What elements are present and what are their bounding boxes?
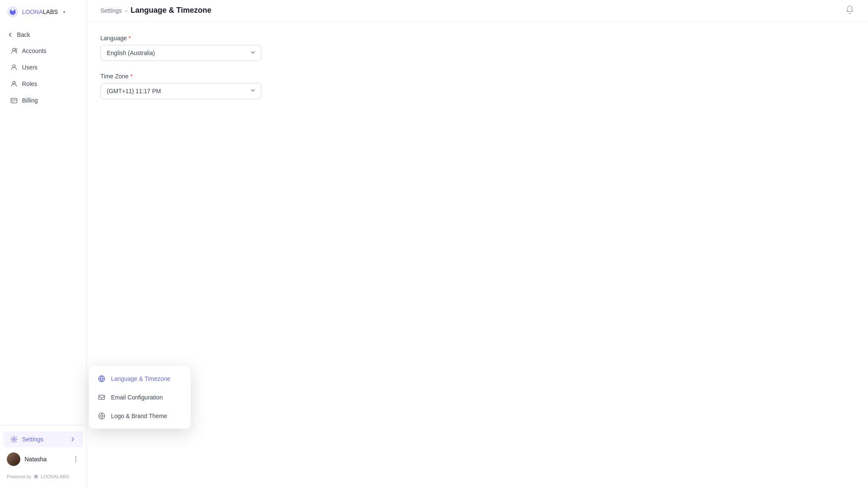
logo-text: LOONALABS bbox=[22, 8, 58, 15]
timezone-field-group: Time Zone * (GMT+11) 11:17 PM (GMT+00) U… bbox=[100, 73, 854, 99]
svg-rect-16 bbox=[99, 395, 105, 399]
roles-label: Roles bbox=[22, 80, 37, 87]
settings-dropdown-popup: Language & Timezone Email Configuration … bbox=[89, 366, 191, 429]
svg-point-5 bbox=[13, 65, 15, 67]
accounts-label: Accounts bbox=[22, 47, 47, 54]
email-configuration-dropdown-icon bbox=[97, 393, 106, 402]
dropdown-email-config-label: Email Configuration bbox=[111, 394, 163, 401]
dropdown-item-language-timezone[interactable]: Language & Timezone bbox=[89, 369, 191, 388]
svg-point-14 bbox=[35, 475, 37, 478]
language-label: Language * bbox=[100, 35, 854, 42]
dropdown-language-timezone-label: Language & Timezone bbox=[111, 375, 170, 382]
logo-chevron-icon: ▾ bbox=[63, 10, 65, 14]
powered-logo-icon bbox=[33, 474, 39, 480]
svg-point-12 bbox=[75, 461, 76, 462]
topbar: Settings › Language & Timezone bbox=[87, 0, 868, 21]
svg-rect-7 bbox=[11, 98, 17, 103]
main-content: Settings › Language & Timezone Language … bbox=[87, 0, 868, 488]
breadcrumb-separator: › bbox=[125, 7, 128, 14]
back-arrow-icon bbox=[7, 31, 14, 38]
timezone-select[interactable]: (GMT+11) 11:17 PM (GMT+00) UTC (GMT-5) E… bbox=[100, 83, 261, 99]
sidebar: LOONALABS ▾ Back Accounts Users bbox=[0, 0, 87, 488]
svg-point-3 bbox=[13, 48, 15, 51]
logo-icon bbox=[7, 6, 19, 18]
language-timezone-dropdown-icon bbox=[97, 374, 106, 383]
svg-point-2 bbox=[11, 8, 14, 11]
svg-rect-8 bbox=[12, 101, 14, 102]
sidebar-nav: Back Accounts Users Roles bbox=[0, 24, 86, 425]
logo-button[interactable]: LOONALABS ▾ bbox=[0, 0, 86, 24]
settings-button[interactable]: Settings bbox=[3, 431, 83, 447]
avatar bbox=[7, 452, 20, 466]
user-menu-icon[interactable] bbox=[72, 455, 80, 463]
breadcrumb-current: Language & Timezone bbox=[130, 6, 211, 15]
language-select[interactable]: English (Australia) English (United Stat… bbox=[100, 45, 261, 61]
users-icon bbox=[10, 64, 18, 71]
back-button[interactable]: Back bbox=[0, 27, 86, 42]
sidebar-item-accounts[interactable]: Accounts bbox=[3, 43, 83, 59]
powered-by: Powered by LOONALABS bbox=[0, 470, 86, 483]
language-field-group: Language * English (Australia) English (… bbox=[100, 35, 854, 61]
timezone-label: Time Zone * bbox=[100, 73, 854, 80]
billing-label: Billing bbox=[22, 97, 38, 104]
back-label: Back bbox=[17, 31, 30, 38]
settings-label: Settings bbox=[22, 436, 44, 443]
sidebar-item-users[interactable]: Users bbox=[3, 59, 83, 75]
logo-brand-theme-dropdown-icon bbox=[97, 412, 106, 420]
svg-point-10 bbox=[75, 457, 76, 458]
settings-gear-icon bbox=[10, 435, 18, 443]
content-area: Language * English (Australia) English (… bbox=[87, 21, 868, 488]
language-select-wrapper: English (Australia) English (United Stat… bbox=[100, 45, 261, 61]
users-label: Users bbox=[22, 64, 38, 71]
svg-point-11 bbox=[75, 459, 76, 460]
breadcrumb-parent: Settings bbox=[100, 7, 122, 14]
settings-item-left: Settings bbox=[10, 435, 44, 443]
language-required: * bbox=[128, 35, 130, 42]
svg-point-9 bbox=[13, 438, 15, 441]
user-name: Natasha bbox=[25, 456, 47, 463]
user-row: Natasha bbox=[0, 448, 86, 470]
svg-point-4 bbox=[15, 48, 17, 50]
settings-chevron-icon bbox=[69, 436, 76, 443]
timezone-required: * bbox=[130, 73, 132, 80]
dropdown-logo-brand-theme-label: Logo & Brand Theme bbox=[111, 413, 167, 419]
svg-point-18 bbox=[101, 415, 103, 417]
sidebar-item-billing[interactable]: Billing bbox=[3, 92, 83, 108]
billing-icon bbox=[10, 97, 18, 104]
roles-icon bbox=[10, 80, 18, 88]
user-info: Natasha bbox=[7, 452, 47, 466]
sidebar-item-roles[interactable]: Roles bbox=[3, 76, 83, 92]
breadcrumb: Settings › Language & Timezone bbox=[100, 6, 211, 15]
notifications-bell-icon[interactable] bbox=[845, 5, 854, 16]
timezone-select-wrapper: (GMT+11) 11:17 PM (GMT+00) UTC (GMT-5) E… bbox=[100, 83, 261, 99]
dropdown-item-email-configuration[interactable]: Email Configuration bbox=[89, 388, 191, 407]
accounts-icon bbox=[10, 47, 18, 55]
sidebar-bottom: Settings Natasha Powered by bbox=[0, 425, 86, 488]
dropdown-item-logo-brand-theme[interactable]: Logo & Brand Theme bbox=[89, 407, 191, 425]
